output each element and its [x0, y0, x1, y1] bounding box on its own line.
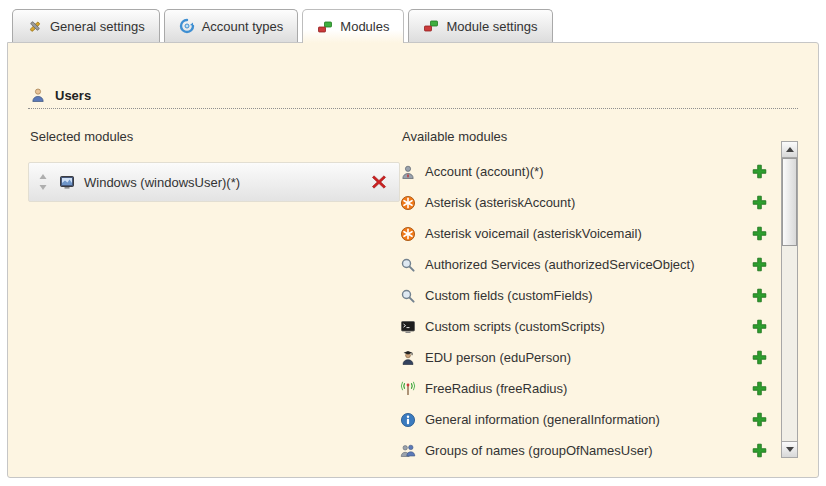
list-item: Custom scripts (customScripts): [400, 311, 781, 342]
module-label: Custom fields (customFields): [425, 288, 593, 303]
blocks-icon: [317, 19, 333, 35]
blocks-icon: [423, 18, 439, 34]
arrow-up-icon: [786, 147, 794, 152]
module-label: Groups of names (groupOfNamesUser): [425, 443, 653, 458]
user-icon: [30, 87, 46, 103]
list-item: Asterisk voicemail (asteriskVoicemail): [400, 218, 781, 249]
section-title: Users: [55, 88, 91, 103]
module-label: Account (account)(*): [425, 164, 544, 179]
list-item: Authorized Services (authorizedServiceOb…: [400, 249, 781, 280]
add-module-icon[interactable]: [752, 443, 767, 458]
available-modules-heading: Available modules: [400, 129, 781, 144]
add-module-icon[interactable]: [752, 195, 767, 210]
person-icon: [400, 164, 416, 180]
list-item: Account (account)(*): [400, 156, 781, 187]
info-icon: [400, 412, 416, 428]
tab-label: General settings: [50, 19, 145, 34]
tools-icon: [27, 18, 43, 34]
selected-modules-heading: Selected modules: [28, 129, 400, 144]
module-label: Custom scripts (customScripts): [425, 319, 605, 334]
modules-panel: Users Selected modules: [7, 42, 819, 478]
vertical-scrollbar[interactable]: [781, 141, 798, 458]
add-module-icon[interactable]: [752, 381, 767, 396]
asterisk-icon: [400, 195, 416, 211]
module-columns: Selected modules Windows (: [28, 129, 798, 466]
tab-account-types[interactable]: Account types: [164, 9, 299, 42]
drag-handle-icon[interactable]: [37, 173, 49, 191]
scrollbar-track[interactable]: [782, 158, 797, 441]
list-item: General information (generalInformation): [400, 404, 781, 435]
list-item: EDU person (eduPerson): [400, 342, 781, 373]
tab-general-settings[interactable]: General settings: [12, 9, 160, 42]
list-item: FreeRadius (freeRadius): [400, 373, 781, 404]
tab-modules[interactable]: Modules: [302, 9, 404, 43]
divider: [28, 108, 798, 109]
arrow-down-icon: [786, 447, 794, 452]
add-module-icon[interactable]: [752, 319, 767, 334]
asterisk-icon: [400, 226, 416, 242]
module-label: EDU person (eduPerson): [425, 350, 571, 365]
module-label: General information (generalInformation): [425, 412, 660, 427]
group-icon: [400, 443, 416, 459]
edu-person-icon: [400, 350, 416, 366]
antenna-icon: [400, 381, 416, 397]
selected-module-label: Windows (windowsUser)(*): [84, 175, 240, 190]
scroll-up-button[interactable]: [782, 142, 797, 158]
tab-label: Account types: [202, 19, 284, 34]
module-label: FreeRadius (freeRadius): [425, 381, 567, 396]
list-item: Groups of names (groupOfNamesUser): [400, 435, 781, 466]
windows-module-icon: [59, 174, 75, 190]
selected-modules-column: Selected modules Windows (: [28, 129, 400, 466]
tab-label: Module settings: [446, 19, 537, 34]
add-module-icon[interactable]: [752, 226, 767, 241]
available-modules-list: Account (account)(*): [400, 156, 781, 466]
selected-module-row: Windows (windowsUser)(*): [28, 162, 400, 202]
module-label: Asterisk (asteriskAccount): [425, 195, 575, 210]
add-module-icon[interactable]: [752, 164, 767, 179]
delete-module-icon[interactable]: [371, 174, 387, 190]
list-item: Custom fields (customFields): [400, 280, 781, 311]
terminal-icon: [400, 319, 416, 335]
tab-bar: General settings Account types Modules: [12, 9, 553, 43]
add-module-icon[interactable]: [752, 257, 767, 272]
add-module-icon[interactable]: [752, 412, 767, 427]
magnifier-icon: [400, 257, 416, 273]
list-item: Asterisk (asteriskAccount): [400, 187, 781, 218]
available-modules-column: Available modules Account (account)(*): [400, 129, 798, 466]
tab-module-settings[interactable]: Module settings: [408, 9, 552, 42]
add-module-icon[interactable]: [752, 350, 767, 365]
section-header-users: Users: [30, 87, 798, 103]
scrollbar-thumb[interactable]: [782, 158, 797, 246]
tab-label: Modules: [340, 19, 389, 34]
magnifier-icon: [400, 288, 416, 304]
gear-icon: [179, 18, 195, 34]
module-label: Asterisk voicemail (asteriskVoicemail): [425, 226, 642, 241]
module-label: Authorized Services (authorizedServiceOb…: [425, 257, 695, 272]
add-module-icon[interactable]: [752, 288, 767, 303]
scroll-down-button[interactable]: [782, 441, 797, 457]
